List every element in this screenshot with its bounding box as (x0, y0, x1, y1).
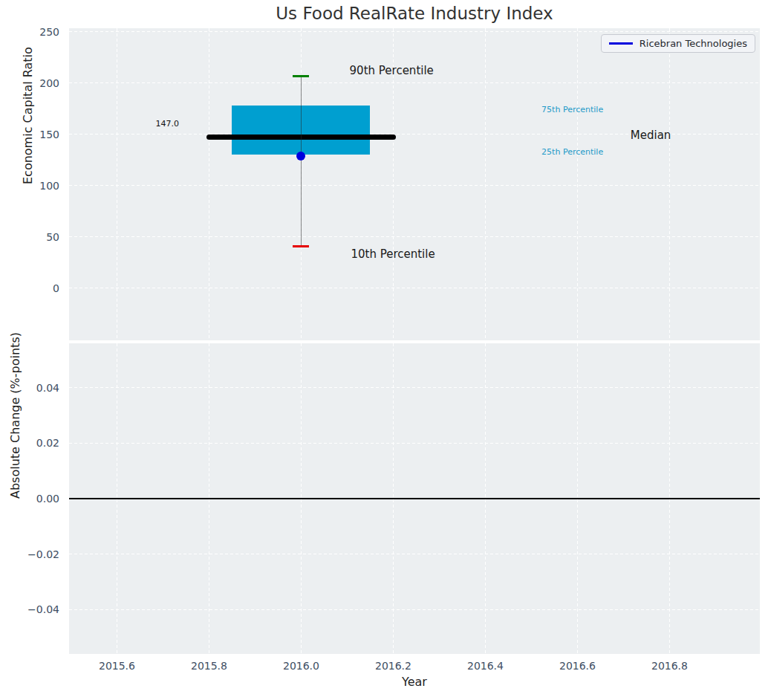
gridline-vertical (669, 28, 670, 340)
y-tick-label: 0 (19, 281, 59, 296)
x-tick-label: 2016.4 (455, 660, 515, 672)
gridline-horizontal (69, 31, 760, 32)
top-axes: 90th Percentile10th PercentileMedian75th… (69, 28, 760, 340)
gridline-vertical (209, 28, 209, 340)
y-tick-label: −0.04 (19, 602, 59, 617)
bottom-axes: 0.040.020.00−0.02−0.042015.62015.82016.0… (69, 343, 760, 654)
annotation-75th-percentile: 75th Percentile (541, 104, 603, 114)
legend-label: Ricebran Technologies (640, 38, 747, 49)
y-tick-label: 250 (19, 25, 59, 39)
company-data-point (296, 152, 305, 161)
x-tick-label: 2016.0 (271, 660, 331, 672)
gridline-horizontal (69, 288, 760, 288)
annotation-90th-percentile: 90th Percentile (350, 64, 434, 77)
annotation-147-0: 147.0 (156, 119, 180, 129)
gridline-horizontal (69, 443, 760, 444)
chart-title: Us Food RealRate Industry Index (69, 4, 760, 23)
x-tick-label: 2016.8 (640, 660, 699, 672)
gridline-vertical (485, 28, 486, 340)
y-tick-label: 0.00 (19, 491, 59, 506)
bottom-plot-area (69, 343, 760, 654)
boxplot-whisker-line (301, 76, 302, 246)
gridline-horizontal (69, 387, 760, 388)
gridline-horizontal (69, 236, 760, 237)
annotation-25th-percentile: 25th Percentile (541, 147, 603, 157)
figure: Us Food RealRate Industry Index 90th Per… (0, 0, 768, 700)
legend: Ricebran Technologies (601, 34, 755, 53)
annotation-10th-percentile: 10th Percentile (351, 247, 435, 261)
gridline-horizontal (69, 82, 760, 83)
top-plot-area: 90th Percentile10th PercentileMedian75th… (69, 28, 760, 340)
y-tick-label: −0.02 (19, 547, 59, 562)
zero-line (69, 498, 760, 499)
y-tick-label: 0.04 (19, 380, 59, 395)
gridline-horizontal (69, 554, 760, 554)
x-tick-label: 2015.8 (179, 660, 238, 672)
gridline-vertical (117, 28, 117, 340)
gridline-horizontal (69, 609, 760, 610)
x-tick-label: 2016.2 (363, 660, 423, 672)
gridline-vertical (577, 28, 578, 340)
legend-line-swatch (609, 42, 633, 45)
x-tick-label: 2015.6 (87, 660, 146, 672)
boxplot-cap-10th (293, 245, 309, 247)
gridline-horizontal (69, 185, 760, 186)
y-tick-label: 0.02 (19, 435, 59, 450)
x-axis-label: Year (69, 675, 760, 689)
annotation-median: Median (631, 129, 671, 142)
x-tick-label: 2016.6 (547, 660, 607, 672)
y-tick-label: 50 (19, 230, 59, 244)
boxplot-cap-90th (293, 75, 309, 77)
